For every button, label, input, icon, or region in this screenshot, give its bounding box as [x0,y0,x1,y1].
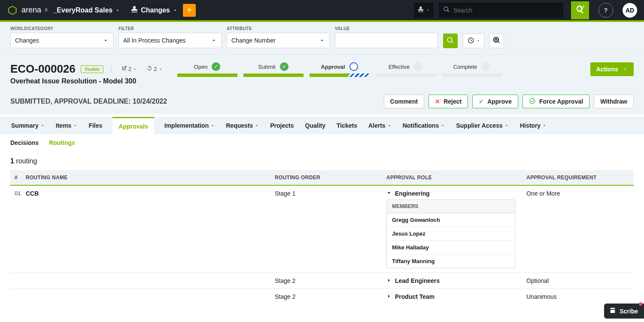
brand-text: arena [21,6,41,15]
advanced-search-button[interactable] [571,1,589,19]
role-name: Product Team [395,293,434,300]
topbar: arena ® _EveryRoad Sales Changes + ? AD [0,0,644,22]
routing-requirement: One or More [526,190,634,197]
sync-count[interactable]: 2 [142,65,162,73]
role-name: Lead Engineers [395,277,440,284]
routing-order: Stage 2 [275,293,386,300]
filter-select[interactable]: All In Process Changes [118,33,222,48]
add-button[interactable]: + [183,4,196,17]
comment-button[interactable]: Comment [384,95,425,108]
member-item[interactable]: Gregg Gowanloch [387,213,515,227]
subtab-routings[interactable]: Routings [49,139,75,150]
tab-quality[interactable]: Quality [304,117,326,134]
stage-indicator-icon [414,62,422,71]
header-num: # [10,175,26,181]
header-order: ROUTING ORDER [275,175,386,181]
tab-summary[interactable]: Summary [10,117,46,134]
history-icon [467,37,474,46]
tab-implementation[interactable]: Implementation [164,117,216,134]
stage-indicator-icon [349,62,358,71]
header-req: APPROVAL REQUIREMENT [526,175,634,181]
settings-button[interactable] [489,34,504,48]
tab-bar: SummaryItemsFilesApprovalsImplementation… [0,117,644,134]
check-icon: ✓ [479,98,484,105]
stage-progress-bar [376,74,436,77]
chevron-down-icon [158,67,163,71]
lifecycle: Open✓Submit✓ApprovalEffectiveComplete [177,62,580,77]
stage-indicator-icon: ✓ [212,62,220,71]
actions-button[interactable]: Actions [590,62,634,76]
member-item[interactable]: Tiffany Manning [387,255,515,268]
workspace-selector[interactable]: _EveryRoad Sales [53,6,120,14]
approve-button[interactable]: ✓ Approve [472,95,518,108]
stage-indicator-icon [481,62,490,71]
chevron-down-icon [40,123,45,128]
user-avatar[interactable]: AD [623,3,637,18]
role-toggle[interactable]: Product Team [386,293,526,300]
tab-notifications[interactable]: Notifications [402,117,446,134]
section-selector[interactable]: Changes [131,6,178,15]
tab-projects[interactable]: Projects [269,117,295,134]
record-number: ECO-000026 [10,62,76,76]
routing-stage-row: 01CCBStage 1EngineeringMEMBERSGregg Gowa… [10,186,634,273]
tab-alerts[interactable]: Alerts [368,117,392,134]
chevron-down-icon [133,67,137,71]
filter-search-button[interactable] [443,34,458,48]
scribe-widget[interactable]: Scribe [604,304,644,319]
routing-table-header: # ROUTING NAME ROUTING ORDER APPROVAL RO… [10,170,634,186]
stage-indicator-icon: ✓ [280,62,289,71]
svg-point-0 [530,98,535,104]
value-input[interactable] [340,33,433,48]
routings-content: 1 routing # ROUTING NAME ROUTING ORDER A… [0,150,644,322]
tab-approvals[interactable]: Approvals [112,117,154,134]
member-item[interactable]: Mike Halladay [387,241,515,255]
role-toggle[interactable]: Engineering [386,190,526,197]
routing-requirement: Unanimous [526,293,634,300]
routing-role-cell: Lead Engineers [386,277,526,284]
force-approval-button[interactable]: Force Approval [522,95,589,108]
brand-logo[interactable]: arena ® [7,5,48,16]
tab-history[interactable]: History [519,117,547,134]
attribute-select[interactable]: Change Number [227,33,330,48]
world-select[interactable]: Changes [10,33,113,48]
value-input-wrapper [335,33,438,48]
routing-table-body: 01CCBStage 1EngineeringMEMBERSGregg Gowa… [10,186,634,304]
tab-requests[interactable]: Requests [225,117,260,134]
stage-label: Approval [321,64,345,70]
chevron-down-icon [426,8,430,12]
member-item[interactable]: Jesus Lopez [387,227,515,241]
tray-selector[interactable] [414,3,434,18]
chevron-down-icon [542,123,547,128]
chevron-down-icon [476,39,480,43]
routing-role-cell: EngineeringMEMBERSGregg GowanlochJesus L… [386,190,526,268]
check-circle-icon [529,98,536,106]
record-header: ECO-000026 Visible 2 2 Overheat Issue Re… [0,54,644,88]
value-label: VALUE [335,26,438,31]
tab-items[interactable]: Items [55,117,79,134]
withdraw-button[interactable]: Withdraw [594,95,634,108]
filter-bar: WORLD/CATEGORY Changes FILTER All In Pro… [0,22,644,54]
header-name: ROUTING NAME [26,175,275,181]
role-name: Engineering [395,190,430,197]
stamp-icon [131,6,138,15]
global-search[interactable] [439,3,563,18]
sync-icon [146,65,152,73]
section-label: Changes [141,6,170,14]
global-search-input[interactable] [453,7,559,14]
routing-requirement: Optional [526,277,634,284]
history-button[interactable] [463,34,484,48]
reject-button[interactable]: ✕ Reject [428,95,468,108]
subtab-decisions[interactable]: Decisions [10,139,39,150]
tab-supplier-access[interactable]: Supplier Access [455,117,509,134]
role-toggle[interactable]: Lead Engineers [386,277,526,284]
help-button[interactable]: ? [598,3,613,18]
tray-icon [417,6,424,14]
tab-tickets[interactable]: Tickets [336,117,358,134]
actions-label: Actions [596,66,618,73]
routing-stage-row: Stage 2Product TeamUnanimous [10,288,634,304]
share-count[interactable]: 2 [117,65,137,73]
world-value: Changes [15,37,39,44]
scribe-icon [609,307,616,315]
tab-files[interactable]: Files [88,117,103,134]
plus-icon: + [187,5,192,15]
